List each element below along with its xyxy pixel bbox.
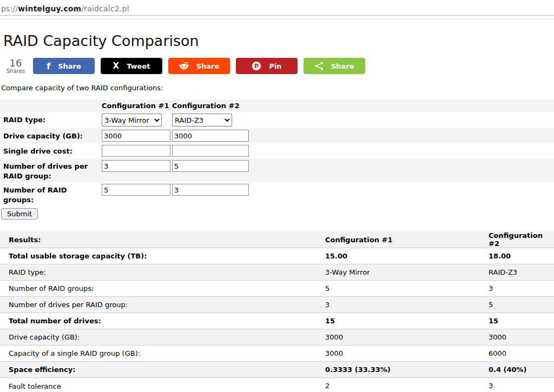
configuration-form: Configuration #1 Configuration #2 RAID t… [0,99,554,220]
drive-cost-label: Single drive cost: [3,145,102,156]
result-value-config2: 0.4 (40%) [489,366,554,374]
share-count-number: 16 [4,58,27,68]
form-row-drive-capacity: Drive capacity (GB): [0,128,554,143]
drive-cost-input-config2[interactable] [172,145,249,157]
raid-type-select-config2[interactable]: RAID-Z3 [172,114,232,127]
drives-per-group-input-config2[interactable] [172,160,249,172]
share-count-label: Shares [4,69,27,74]
svg-text:P: P [254,63,259,70]
x-tweet-button[interactable]: X Tweet [101,58,162,74]
url-text[interactable]: ps://wintelguy.com/raidcalc2.pl [1,4,129,13]
raid-groups-input-config2[interactable] [172,184,249,196]
form-row-drives-per-group: Number of drives per RAID group: [0,158,554,182]
result-value-config2: 3000 [489,333,554,341]
result-value-config1: 15.00 [325,252,489,260]
result-row-space-efficiency: Space efficiency: 0.3333 (33.33%) 0.4 (4… [0,362,554,378]
result-value-config1: 2 [325,378,489,390]
result-row-group-capacity: Capacity of a single RAID group (GB): 30… [0,346,554,362]
result-value-config2: 3 [489,284,554,293]
reddit-share-button[interactable]: Share [168,58,230,74]
drives-per-group-label: Number of drives per RAID group: [3,160,102,181]
result-value-config1: 3-Way Mirror [325,268,489,276]
share-counter: 16 Shares [4,58,27,74]
result-row-drives-per-group: Number of drives per RAID group: 3 5 [0,297,554,313]
result-value-config2: 6000 [489,349,554,357]
x-icon: X [113,61,120,71]
form-row-raid-groups: Number of RAID groups: [0,182,554,206]
result-row-usable-capacity: Total usable storage capacity (TB): 15.0… [0,248,554,264]
result-value-config2: 3 [489,378,554,390]
result-row-raid-type: RAID type: 3-Way Mirror RAID-Z3 [0,264,554,281]
drive-cost-input-config1[interactable] [102,145,170,157]
raid-groups-input-config1[interactable] [102,184,170,196]
result-value-config1: 3 [325,301,489,309]
browser-chrome-divider [0,16,554,19]
results-config1-header: Configuration #1 [325,236,489,244]
result-row-raid-groups: Number of RAID groups: 5 3 [0,281,554,297]
raid-type-select-config1[interactable]: 3-Way Mirror [102,114,162,127]
browser-address-bar[interactable]: ps://wintelguy.com/raidcalc2.pl [0,0,554,16]
result-value-config2: 5 [489,301,554,309]
result-value-config1: 15 [325,317,489,325]
result-value-config1: 5 [325,284,489,293]
form-row-drive-cost: Single drive cost: [0,143,554,158]
pinterest-pin-button[interactable]: P Pin [236,58,298,74]
result-row-fault-tolerance: Fault tolerance (disk drives per RAID gr… [0,378,554,392]
sharethis-share-button[interactable]: Share [304,58,365,74]
form-header-row: Configuration #1 Configuration #2 [0,99,554,112]
form-config1-header: Configuration #1 [102,102,172,110]
result-value-config2: RAID-Z3 [489,268,554,276]
result-value-config1: 0.3333 (33.33%) [325,366,489,374]
result-value-config2: 18.00 [489,252,554,260]
raid-type-label: RAID type: [3,114,102,125]
share-bar: 16 Shares f Share X Tweet [0,57,554,75]
results-config2-header: Configuration #2 [489,231,554,248]
pinterest-icon: P [252,61,261,71]
intro-text: Compare capacity of two RAID configurati… [0,77,554,99]
result-value-config2: 15 [489,317,554,325]
drive-capacity-label: Drive capacity (GB): [3,130,102,141]
page-content: RAID Capacity Comparison 16 Shares f Sha… [0,19,554,392]
result-row-total-drives: Total number of drives: 15 15 [0,313,554,329]
drives-per-group-input-config1[interactable] [102,160,170,172]
page-title: RAID Capacity Comparison [0,19,554,57]
reddit-icon [179,62,189,70]
facebook-icon: f [47,61,50,71]
drive-capacity-input-config1[interactable] [102,130,170,142]
submit-button[interactable]: Submit [1,208,38,220]
facebook-share-button[interactable]: f Share [33,58,95,74]
result-value-config1: 3000 [325,349,489,357]
form-row-raid-type: RAID type: 3-Way Mirror RAID-Z3 [0,112,554,128]
results-header-row: Results: Configuration #1 Configuration … [0,231,554,248]
form-config2-header: Configuration #2 [172,102,250,110]
results-table: Results: Configuration #1 Configuration … [0,231,554,392]
raid-groups-label: Number of RAID groups: [3,184,102,204]
share-nodes-icon [315,62,324,70]
results-header-label: Results: [0,236,325,244]
drive-capacity-input-config2[interactable] [172,130,249,142]
result-value-config1: 3000 [325,333,489,341]
result-row-drive-capacity: Drive capacity (GB): 3000 3000 [0,329,554,346]
